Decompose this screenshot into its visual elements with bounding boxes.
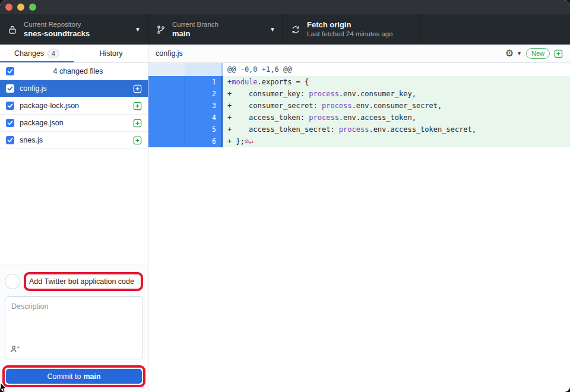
- diff-code-row[interactable]: 6+ };⊘↵: [148, 135, 570, 147]
- tab-history[interactable]: History: [74, 45, 148, 62]
- old-line-number-gutter[interactable]: [148, 124, 185, 135]
- tab-changes[interactable]: Changes 4: [0, 45, 74, 62]
- diff-body: @@ -0,0 +1,6 @@ 1+module.exports = {2+ c…: [148, 63, 570, 392]
- sidebar-tabs: Changes 4 History: [0, 45, 148, 63]
- file-name: config.js: [20, 84, 128, 93]
- file-added-icon: [133, 102, 142, 110]
- description-box: [5, 296, 143, 359]
- app-window: Current Repository snes-soundtracks ▼ Cu…: [0, 0, 570, 392]
- repository-name: snes-soundtracks: [24, 29, 130, 39]
- git-branch-icon: [156, 24, 166, 35]
- current-branch-dropdown[interactable]: Current Branch main ▼: [148, 14, 283, 45]
- file-row[interactable]: config.js: [0, 80, 148, 97]
- file-name: snes.js: [20, 136, 128, 144]
- diff-code-row[interactable]: 5+ access_token_secret: process.env.acce…: [148, 124, 570, 135]
- diff-lines: 1+module.exports = {2+ consumer_key: pro…: [148, 76, 570, 147]
- chevron-down-icon: ▼: [135, 26, 141, 33]
- diff-header: config.js ⚙ ▼ New: [148, 45, 570, 63]
- chevron-down-icon: ▼: [270, 26, 276, 33]
- commit-button-branch: main: [83, 372, 100, 381]
- new-line-number-gutter[interactable]: 1: [185, 76, 223, 88]
- new-line-number-gutter[interactable]: 2: [185, 88, 223, 100]
- file-checkbox[interactable]: [6, 119, 14, 127]
- traffic-lights: [5, 4, 36, 11]
- new-line-number-gutter[interactable]: 4: [185, 112, 223, 124]
- diff-line-content: + };⊘↵: [223, 135, 570, 147]
- commit-description-input[interactable]: [5, 297, 142, 343]
- file-added-icon: [133, 84, 142, 93]
- avatar: [5, 274, 20, 289]
- file-checkbox[interactable]: [6, 84, 14, 93]
- titlebar: [0, 0, 570, 14]
- lock-icon: [7, 24, 18, 35]
- file-checkbox[interactable]: [6, 102, 14, 110]
- old-line-number-gutter[interactable]: [148, 88, 185, 100]
- changes-count-badge: 4: [48, 49, 59, 58]
- old-line-number-gutter[interactable]: [148, 112, 185, 124]
- diff-code-row[interactable]: 2+ consumer_key: process.env.consumer_ke…: [148, 88, 570, 100]
- file-checkbox[interactable]: [6, 136, 14, 144]
- file-list-empty-space: [0, 149, 148, 264]
- select-all-checkbox[interactable]: [6, 67, 14, 75]
- commit-area: Commit to main: [0, 264, 148, 392]
- sync-icon: [290, 24, 301, 35]
- file-row[interactable]: package-lock.json: [0, 97, 148, 115]
- old-line-number-gutter[interactable]: [148, 76, 185, 88]
- old-line-number-gutter[interactable]: [148, 135, 185, 147]
- branch-name: main: [172, 29, 265, 39]
- file-row[interactable]: package.json: [0, 115, 148, 132]
- commit-button[interactable]: Commit to main: [6, 369, 142, 384]
- diff-line-content: +module.exports = {: [223, 76, 570, 88]
- toolbar: Current Repository snes-soundtracks ▼ Cu…: [0, 14, 570, 45]
- file-name: package-lock.json: [20, 102, 128, 110]
- diff-line-content: + access_token_secret: process.env.acces…: [223, 124, 570, 135]
- file-row[interactable]: snes.js: [0, 132, 148, 149]
- file-status-badge: New: [526, 48, 550, 59]
- diff-panel: config.js ⚙ ▼ New @@ -0,0 +1,6 @@: [148, 45, 570, 392]
- new-line-number-gutter[interactable]: 6: [185, 135, 223, 147]
- diff-code-row[interactable]: 3+ consumer_secret: process.env.consumer…: [148, 100, 570, 112]
- commit-button-label: Commit to: [47, 372, 81, 381]
- include-file-icon[interactable]: [554, 49, 563, 58]
- add-coauthor-icon[interactable]: [10, 344, 21, 355]
- close-window-button[interactable]: [5, 4, 12, 11]
- sidebar: Changes 4 History 4 changed files config…: [0, 45, 148, 392]
- annotation-summary-highlight: [24, 272, 143, 291]
- diff-filename: config.js: [156, 49, 505, 58]
- minimize-window-button[interactable]: [17, 4, 24, 11]
- diff-code-row[interactable]: 1+module.exports = {: [148, 76, 570, 88]
- diff-code-row[interactable]: 4+ access_token: process.env.access_toke…: [148, 112, 570, 124]
- changed-files-count: 4 changed files: [14, 67, 142, 75]
- repository-label: Current Repository: [24, 20, 130, 29]
- new-line-number-gutter[interactable]: 5: [185, 124, 223, 135]
- file-name: package.json: [20, 119, 128, 127]
- new-line-number-gutter[interactable]: 3: [185, 100, 223, 112]
- file-list: config.js package-lock.json package.json…: [0, 80, 148, 149]
- fetch-origin-button[interactable]: Fetch origin Last fetched 24 minutes ago: [283, 14, 420, 45]
- gear-icon[interactable]: ⚙: [505, 49, 514, 58]
- mouse-cursor: [0, 383, 8, 392]
- tab-changes-label: Changes: [14, 49, 44, 58]
- fetch-subtitle: Last fetched 24 minutes ago: [307, 30, 413, 38]
- diff-line-content: + access_token: process.env.access_token…: [223, 112, 570, 124]
- hunk-header-row: @@ -0,0 +1,6 @@: [148, 63, 570, 76]
- fetch-title: Fetch origin: [307, 20, 413, 30]
- diff-line-content: + consumer_secret: process.env.consumer_…: [223, 100, 570, 112]
- commit-summary-input[interactable]: [27, 275, 140, 288]
- file-added-icon: [133, 119, 142, 128]
- current-repository-dropdown[interactable]: Current Repository snes-soundtracks ▼: [0, 14, 148, 45]
- branch-label: Current Branch: [172, 20, 265, 29]
- hunk-header-text: @@ -0,0 +1,6 @@: [223, 63, 570, 76]
- main-content: Changes 4 History 4 changed files config…: [0, 45, 570, 392]
- zoom-window-button[interactable]: [29, 4, 36, 11]
- chevron-down-icon[interactable]: ▼: [517, 50, 522, 56]
- tab-history-label: History: [100, 49, 123, 58]
- select-all-row: 4 changed files: [0, 63, 148, 80]
- old-line-number-gutter[interactable]: [148, 100, 185, 112]
- file-added-icon: [133, 136, 142, 145]
- annotation-commit-button-highlight: Commit to main: [2, 365, 145, 387]
- diff-line-content: + consumer_key: process.env.consumer_key…: [223, 88, 570, 100]
